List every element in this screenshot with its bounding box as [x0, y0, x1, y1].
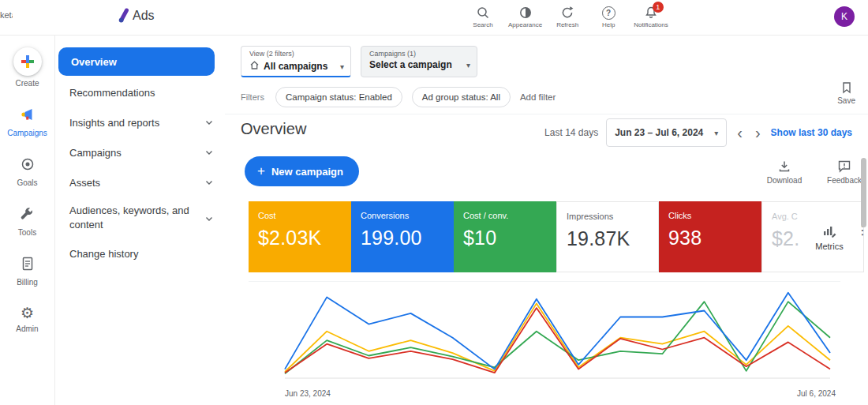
create-plus-icon	[13, 47, 42, 76]
rail-item-create[interactable]: Create	[13, 47, 42, 88]
tools-wrench-icon	[19, 206, 35, 225]
dropdown-arrow-icon: ▾	[466, 61, 470, 69]
download-label: Download	[767, 176, 802, 185]
sidebar-label-recommendations: Recommendations	[69, 87, 155, 99]
rail-item-admin[interactable]: ⚙ Admin	[16, 306, 38, 333]
rail-item-goals[interactable]: Goals	[17, 156, 37, 187]
rail-item-billing[interactable]: Billing	[17, 256, 38, 287]
campaigns-icon	[20, 107, 36, 126]
scorecard-conversions[interactable]: Conversions 199.00	[351, 201, 454, 272]
appearance-button[interactable]: Appearance	[508, 3, 542, 28]
show-last-30-days-link[interactable]: Show last 30 days	[771, 127, 852, 138]
feedback-icon	[837, 159, 851, 174]
nav-rail: Create Campaigns Goals Tools Billing	[0, 35, 55, 405]
help-icon: ?	[602, 6, 615, 20]
refresh-button[interactable]: Refresh	[552, 3, 583, 28]
metrics-icon	[821, 224, 837, 238]
sidebar-item-audiences-keywords-content[interactable]: Audiences, keywords, and content	[55, 197, 225, 238]
search-button[interactable]: Search	[467, 3, 499, 28]
x-axis-start-label: Jun 23, 2024	[285, 389, 331, 398]
search-icon	[476, 6, 490, 20]
sidebar-item-assets[interactable]: Assets	[55, 167, 225, 197]
scorecard-cost[interactable]: Cost $2.03K	[249, 201, 351, 272]
search-label: Search	[473, 21, 492, 28]
notifications-button[interactable]: 1 Notifications	[634, 3, 668, 28]
date-range-caption: Last 14 days	[544, 127, 598, 138]
scorecard-label: Conversions	[361, 211, 444, 220]
sidebar-item-recommendations[interactable]: Recommendations	[55, 77, 225, 107]
sidebar-item-change-history[interactable]: Change history	[55, 238, 225, 268]
rail-label-goals: Goals	[17, 178, 37, 187]
dropdown-arrow-icon: ▾	[714, 129, 718, 137]
metrics-button[interactable]: Metrics	[806, 205, 852, 270]
view-filter-caption: View (2 filters)	[249, 50, 344, 58]
scorecard-value: $10	[463, 227, 547, 249]
appearance-icon	[518, 6, 533, 20]
add-filter-button[interactable]: Add filter	[520, 92, 556, 102]
chevron-down-icon	[204, 178, 214, 189]
save-button[interactable]: Save	[837, 81, 855, 105]
sidebar-nav: Overview Recommendations Insights and re…	[55, 35, 225, 405]
rail-item-campaigns[interactable]: Campaigns	[7, 107, 47, 137]
avatar-letter: K	[841, 11, 847, 22]
date-range-value: Jun 23 – Jul 6, 2024	[615, 127, 703, 138]
sidebar-label-overview: Overview	[71, 56, 117, 68]
google-ads-app: keta Ads Search Appearance	[0, 0, 868, 405]
download-icon	[777, 159, 791, 174]
billing-receipt-icon	[21, 256, 35, 275]
scorecard-label: Impressions	[567, 212, 649, 221]
filters-label: Filters	[241, 92, 264, 102]
save-label: Save	[837, 96, 855, 105]
main-content: View (2 filters) All campaigns ▾ Campaig…	[225, 35, 868, 405]
chevron-down-icon	[204, 213, 214, 227]
new-campaign-button[interactable]: + New campaign	[245, 156, 359, 186]
page-title: Overview	[241, 120, 306, 138]
rail-item-tools[interactable]: Tools	[18, 206, 36, 237]
topbar-actions: Search Appearance Refresh ? Help	[467, 3, 668, 28]
overview-chart: Jun 23, 2024 Jul 6, 2024	[249, 281, 840, 402]
help-button[interactable]: ? Help	[593, 3, 624, 28]
date-range-selector[interactable]: Jun 23 – Jul 6, 2024 ▾	[606, 118, 727, 147]
sidebar-item-insights-and-reports[interactable]: Insights and reports	[55, 107, 225, 137]
dropdown-arrow-icon: ▾	[340, 62, 344, 71]
google-ads-logo-icon	[118, 7, 130, 28]
account-avatar[interactable]: K	[834, 6, 855, 27]
filter-chip-campaign-status[interactable]: Campaign status: Enabled	[275, 87, 402, 107]
scorecard-value: $2.03K	[258, 227, 342, 249]
refresh-label: Refresh	[556, 21, 578, 28]
save-icon	[840, 81, 853, 95]
scrollbar-thumb[interactable]	[861, 158, 866, 227]
home-icon	[249, 59, 260, 73]
feedback-button[interactable]: Feedback	[822, 159, 866, 185]
sidebar-item-overview[interactable]: Overview	[58, 47, 215, 76]
scorecard-value: 199.00	[361, 227, 444, 249]
previous-period-button[interactable]: ‹	[735, 119, 745, 146]
brand-label: Ads	[133, 9, 155, 23]
redaction-box-left	[13, 2, 117, 33]
gear-icon: ⚙	[21, 306, 34, 321]
rail-label-campaigns: Campaigns	[7, 129, 47, 137]
notifications-badge: 1	[653, 2, 664, 13]
chevron-down-icon	[204, 118, 214, 129]
metrics-label: Metrics	[815, 242, 843, 251]
rail-label-admin: Admin	[16, 324, 38, 333]
download-button[interactable]: Download	[762, 159, 806, 185]
plus-icon: +	[257, 163, 265, 179]
line-chart	[249, 282, 836, 386]
sidebar-label-insights: Insights and reports	[69, 117, 159, 129]
filter-chip-ad-group-status[interactable]: Ad group status: All	[412, 87, 511, 107]
next-period-button[interactable]: ›	[753, 119, 763, 146]
redaction-box-right	[710, 2, 832, 33]
sidebar-label-change-history: Change history	[69, 248, 138, 260]
goals-target-icon	[20, 156, 36, 175]
sidebar-item-campaigns[interactable]: Campaigns	[55, 137, 225, 167]
scorecard-impressions[interactable]: Impressions 19.87K	[556, 201, 659, 272]
chevron-down-icon	[204, 148, 214, 159]
scorecards: Cost $2.03K Conversions 199.00 Cost / co…	[249, 201, 864, 272]
view-filter-dropdown[interactable]: View (2 filters) All campaigns ▾	[241, 46, 351, 77]
scorecard-cost-per-conv[interactable]: Cost / conv. $10	[454, 201, 556, 272]
scorecard-clicks[interactable]: Clicks 938	[659, 201, 761, 272]
campaign-select-dropdown[interactable]: Campaigns (1) Select a campaign ▾	[361, 46, 477, 77]
sidebar-label-assets: Assets	[69, 177, 100, 189]
scorecard-label: Cost / conv.	[463, 211, 547, 220]
